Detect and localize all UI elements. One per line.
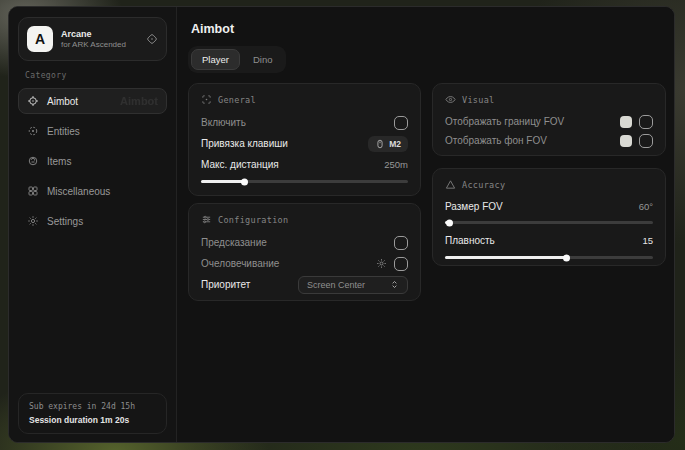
tab-dino[interactable]: Dino [242,49,284,70]
max-distance-row: Макс. дистанция 250m [201,154,408,175]
keybind-row: Привязка клавиши M2 [201,133,408,154]
sidebar-nav: Aimbot Aimbot Entities [9,84,176,234]
humanization-checkbox[interactable] [394,257,408,271]
sidebar-item-items[interactable]: Items [18,148,167,174]
target-icon[interactable] [146,33,158,45]
fov-background-controls [620,134,653,148]
fov-background-label: Отображать фон FOV [445,135,547,146]
priority-label: Приоритет [201,279,250,290]
priority-dropdown[interactable]: Screen Center [298,276,408,294]
focus-icon [201,94,212,105]
sidebar-item-label: Aimbot [47,96,78,107]
fov-size-label: Размер FOV [445,201,503,212]
enable-row: Включить [201,112,408,133]
sidebar-item-label: Entities [47,126,80,137]
priority-row: Приоритет Screen Center [201,274,408,295]
app-title-block: Arcane for ARK Ascended [61,29,138,50]
sidebar-item-settings[interactable]: Settings [18,208,167,234]
triangle-icon [445,179,456,190]
tab-player[interactable]: Player [191,49,240,70]
keybind-button[interactable]: M2 [368,136,408,152]
visual-card-header: Visual [445,92,653,107]
enable-label: Включить [201,117,246,128]
crosshair-icon [27,95,39,107]
tab-bar: Player Dino [188,46,286,73]
app-subtitle: for ARK Ascended [61,40,138,50]
fov-border-controls [620,115,653,129]
fov-background-color-swatch[interactable] [620,135,632,147]
sidebar-item-entities[interactable]: Entities [18,118,167,144]
humanization-gear-icon[interactable] [376,258,387,269]
fov-size-row: Размер FOV 60° [445,197,653,216]
fov-border-checkbox[interactable] [639,115,653,129]
fov-border-row: Отображать границу FOV [445,112,653,131]
gear-icon [27,215,39,227]
visual-card-title: Visual [462,95,495,105]
general-card-header: General [201,92,408,107]
session-duration-text: Session duration 1m 20s [29,415,156,425]
configuration-card: Configuration Предсказание Очеловечивани… [188,203,421,301]
fov-background-checkbox[interactable] [639,134,653,148]
mouse-icon [375,139,385,149]
prediction-label: Предсказание [201,237,267,248]
chevrons-up-down-icon [390,280,399,289]
sidebar-item-ghost-label: Aimbot [120,95,158,107]
fov-size-slider[interactable] [445,221,653,224]
sidebar-item-aimbot[interactable]: Aimbot Aimbot [18,88,167,114]
fov-border-label: Отображать границу FOV [445,116,564,127]
session-info-card: Sub expires in 24d 15h Session duration … [18,393,167,434]
grid-icon [27,185,39,197]
max-distance-slider-fill [201,180,244,183]
max-distance-label: Макс. дистанция [201,159,279,170]
visual-card: Visual Отображать границу FOV Отображать… [432,83,666,156]
smoothness-value: 15 [642,235,653,246]
smoothness-slider-fill [445,256,566,259]
general-card: General Включить Привязка клавиши [188,83,421,196]
sidebar-item-label: Items [47,156,71,167]
eye-icon [445,94,456,105]
priority-value: Screen Center [307,280,365,290]
sliders-icon [201,214,212,225]
humanization-controls [376,257,408,271]
page-title: Aimbot [191,22,234,36]
configuration-card-header: Configuration [201,212,408,227]
fov-background-row: Отображать фон FOV [445,131,653,150]
smoothness-slider[interactable] [445,256,653,259]
keybind-label: Привязка клавиши [201,138,288,149]
cheat-menu-window: A Arcane for ARK Ascended Category [8,6,675,443]
keybind-value: M2 [389,139,401,149]
smoothness-row: Плавность 15 [445,230,653,251]
smoothness-label: Плавность [445,235,495,246]
fov-size-slider-thumb[interactable] [446,219,453,226]
sidebar-item-miscellaneous[interactable]: Miscellaneous [18,178,167,204]
sidebar-item-label: Settings [47,216,83,227]
main-panel: Aimbot Player Dino General Вк [177,7,674,442]
fov-size-slider-fill [445,221,449,224]
humanization-label: Очеловечивание [201,258,279,269]
accuracy-card-title: Accuracy [462,180,505,190]
app-logo: A [27,26,53,52]
configuration-card-title: Configuration [218,215,288,225]
fov-border-color-swatch[interactable] [620,116,632,128]
sub-expires-text: Sub expires in 24d 15h [29,402,156,411]
humanization-row: Очеловечивание [201,253,408,274]
accuracy-card-header: Accuracy [445,177,653,192]
accuracy-card: Accuracy Размер FOV 60° Плавность 15 [432,168,666,266]
sidebar-item-label: Miscellaneous [47,186,110,197]
fov-size-value: 60° [639,201,653,212]
prediction-row: Предсказание [201,232,408,253]
app-header-card: A Arcane for ARK Ascended [18,17,167,61]
smoothness-slider-thumb[interactable] [563,254,570,261]
package-icon [27,155,39,167]
radar-icon [27,125,39,137]
category-label: Category [25,71,176,80]
max-distance-slider[interactable] [201,180,408,183]
game-background: A Arcane for ARK Ascended Category [0,0,685,450]
max-distance-value: 250m [384,159,408,170]
general-card-title: General [218,95,256,105]
max-distance-slider-thumb[interactable] [241,178,248,185]
enable-checkbox[interactable] [394,116,408,130]
prediction-checkbox[interactable] [394,236,408,250]
app-name: Arcane [61,29,138,40]
sidebar: A Arcane for ARK Ascended Category [9,7,177,442]
